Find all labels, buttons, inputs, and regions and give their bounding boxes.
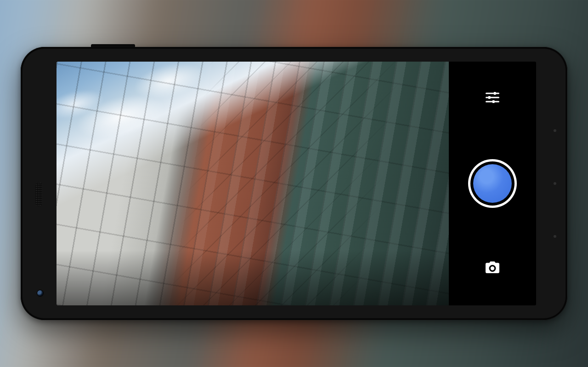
mode-switch-button[interactable] <box>481 257 504 281</box>
camera-viewfinder[interactable] <box>57 62 449 305</box>
power-button-ridge <box>91 44 135 47</box>
svg-rect-4 <box>488 96 491 99</box>
nav-bar-hint-dots <box>554 47 556 320</box>
camera-control-bar <box>449 62 536 305</box>
camera-icon <box>484 259 501 278</box>
viewfinder-ground-shadow <box>57 250 449 305</box>
earpiece-speaker <box>35 182 42 206</box>
svg-rect-3 <box>494 92 496 95</box>
settings-button[interactable] <box>481 86 504 110</box>
nav-dot-back <box>554 129 556 132</box>
sliders-icon <box>484 89 501 108</box>
phone-frame <box>21 47 567 320</box>
front-camera-lens <box>37 290 43 296</box>
device-screen <box>57 62 536 305</box>
nav-dot-recents <box>554 235 556 238</box>
nav-dot-home <box>554 182 556 185</box>
shutter-inner-circle <box>473 164 512 203</box>
camera-app <box>57 62 536 305</box>
svg-rect-5 <box>492 100 495 103</box>
shutter-button[interactable] <box>468 159 517 208</box>
